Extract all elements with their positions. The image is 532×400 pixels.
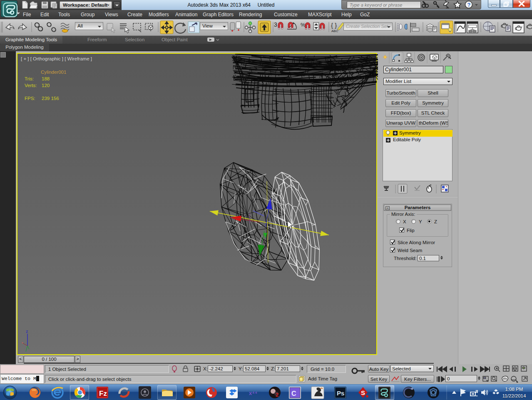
svg-text:3: 3 <box>274 21 277 28</box>
svg-text:C: C <box>291 390 296 397</box>
svg-text:ABC: ABC <box>331 29 338 33</box>
svg-text:Ps: Ps <box>337 390 344 397</box>
svg-text:{ }: { } <box>331 22 337 29</box>
svg-text:2: 2 <box>276 392 278 398</box>
svg-text:Fz: Fz <box>99 390 107 398</box>
svg-text:%: % <box>301 22 306 28</box>
svg-text:?: ? <box>467 2 471 8</box>
svg-text:S: S <box>361 389 365 396</box>
svg-text:x⁴⁴: x⁴⁴ <box>249 390 257 396</box>
